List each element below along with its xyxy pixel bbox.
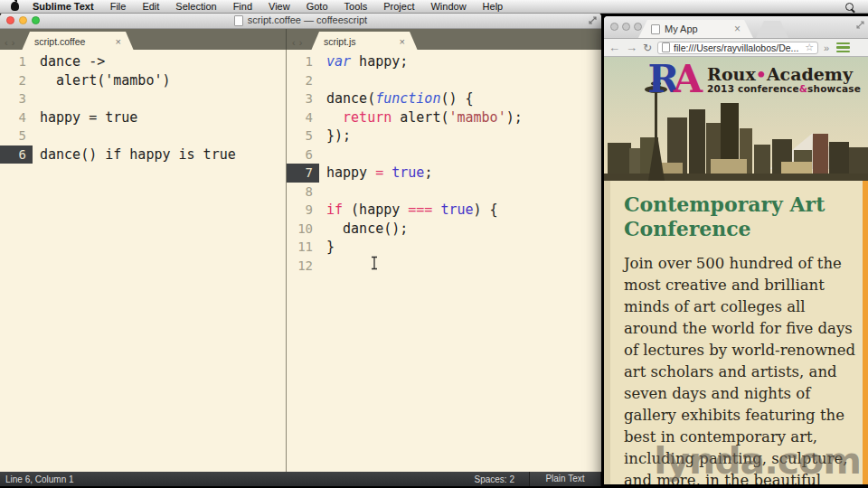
line-number: 3 [287,89,319,108]
code-text[interactable]: if (happy === true) { [319,201,498,220]
close-tab-icon[interactable]: × [105,36,121,47]
sublime-title-bar[interactable]: script.coffee — coffeescript [0,13,601,29]
code-line[interactable]: 10 dance(); [287,220,601,239]
url-text[interactable]: file:///Users/rayvillalobos/De... [674,42,801,53]
code-text[interactable]: alert('mambo') [33,71,171,90]
menu-view[interactable]: View [260,0,298,14]
browser-tab-my-app[interactable]: My App × [638,20,753,38]
forward-icon[interactable]: → [626,40,637,56]
tab-script-coffee[interactable]: script.coffee × [22,32,134,51]
text-cursor-pointer [370,256,379,274]
code-text[interactable]: var happy; [319,52,408,71]
address-bar[interactable]: file:///Users/rayvillalobos/De... ☆ [657,42,818,54]
code-line[interactable]: 2 [287,71,601,90]
bookmark-star-icon[interactable]: ☆ [805,42,814,53]
minimize-window-button[interactable] [19,16,27,24]
code-line[interactable]: 2 alert('mambo') [0,71,286,90]
editor-area[interactable]: 1dance ->2 alert('mambo')34happy = true5… [0,50,601,472]
zoom-window-button[interactable] [32,16,40,24]
menu-edit[interactable]: Edit [134,0,167,14]
tab-script-js[interactable]: script.js × [311,32,418,51]
code-text[interactable]: dance(); [319,220,408,239]
code-text[interactable]: dance(function() { [319,89,474,108]
apple-menu-icon[interactable] [11,2,19,11]
code-text[interactable] [319,183,326,202]
close-tab-icon[interactable]: × [734,23,741,35]
close-window-button[interactable] [6,16,14,24]
code-line[interactable]: 11} [287,238,601,257]
menu-goto[interactable]: Goto [298,0,336,14]
code-text[interactable]: dance() if happy is true [33,145,236,164]
code-line[interactable]: 4happy = true [0,108,286,127]
indent-setting[interactable]: Spaces: 2 [475,474,514,484]
code-line[interactable]: 1var happy; [287,52,601,71]
resize-corner-icon[interactable] [589,16,597,24]
code-line[interactable]: 4 return alert('mambo'); [287,108,601,127]
code-text[interactable] [33,127,40,145]
code-line[interactable]: 5 [0,127,286,145]
menu-file[interactable]: File [102,0,135,14]
code-line[interactable]: 1dance -> [0,52,286,71]
close-tab-icon[interactable]: × [389,36,405,47]
sublime-tab-bar: ‹› script.coffee × ‹› script.js × [0,29,601,51]
tab-nav-arrows-right-pane[interactable]: ‹› [292,37,306,48]
close-window-button[interactable] [610,23,618,31]
code-line[interactable]: 12 [287,257,601,276]
minimize-window-button[interactable] [622,23,630,31]
reload-icon[interactable]: ↻ [643,42,652,54]
code-text[interactable] [319,145,326,164]
browser-tab-strip[interactable]: My App × [604,16,868,39]
line-number: 12 [287,257,319,276]
code-text[interactable]: dance -> [33,52,105,71]
browser-window: My App × ← → ↻ file:///Users/rayvillalob… [604,16,868,484]
spotlight-search-icon[interactable] [845,3,854,11]
desktop: { "menubar": { "items": ["Sublime Text",… [0,0,868,488]
back-icon[interactable]: ← [609,40,620,56]
line-number: 7 [287,164,319,183]
logo-letter-a: A [674,57,703,101]
code-text[interactable]: }); [319,127,351,145]
tab-nav-arrows-left-pane[interactable]: ‹› [5,37,18,48]
new-tab-button[interactable] [756,21,788,38]
code-line[interactable]: 7happy = true; [287,164,601,183]
code-text[interactable]: happy = true; [319,164,432,183]
logo-brand-name: Roux•Academy [707,65,861,83]
code-text[interactable]: return alert('mambo'); [319,108,523,127]
code-line[interactable]: 6 [287,145,601,164]
menu-window[interactable]: Window [422,0,474,14]
line-number: 4 [287,108,319,127]
favicon [651,24,660,34]
code-line[interactable]: 3 [0,89,286,108]
menu-tools[interactable]: Tools [336,0,376,14]
logo-tagline: 2013 conference&showcase [707,83,861,94]
code-line[interactable]: 6dance() if happy is true [0,145,286,164]
code-line[interactable]: 8 [287,183,601,202]
code-line[interactable]: 3dance(function() { [287,89,601,108]
code-text[interactable]: happy = true [33,108,137,127]
resize-corner-icon[interactable] [856,21,864,29]
code-text[interactable]: } [319,238,335,257]
code-text[interactable] [319,257,326,276]
zoom-window-button[interactable] [634,23,642,31]
code-text[interactable] [319,71,326,90]
line-number: 1 [0,52,33,71]
syntax-mode[interactable]: Plain Text [529,472,601,486]
menu-project[interactable]: Project [375,0,422,14]
menu-find[interactable]: Find [225,0,260,14]
menu-help[interactable]: Help [475,0,512,14]
overflow-bookmarks-icon[interactable]: » [824,42,829,53]
pane-script-coffee[interactable]: 1dance ->2 alert('mambo')34happy = true5… [0,50,286,472]
line-number: 9 [287,201,319,220]
code-text[interactable] [33,89,40,108]
line-number: 1 [287,52,319,71]
web-page: RA Roux•Academy 2013 conference&showcase… [604,57,868,484]
chrome-menu-icon[interactable] [836,42,850,53]
code-line[interactable]: 9if (happy === true) { [287,201,601,220]
pane-script-js[interactable]: 1var happy;23dance(function() {4 return … [287,50,601,472]
menu-app-name[interactable]: Sublime Text [24,0,102,14]
menu-selection[interactable]: Selection [167,0,224,14]
banner-image: RA Roux•Academy 2013 conference&showcase [604,57,868,181]
menu-bar: Sublime Text File Edit Selection Find Vi… [0,0,868,14]
code-line[interactable]: 5}); [287,127,601,145]
line-number: 2 [0,71,33,90]
